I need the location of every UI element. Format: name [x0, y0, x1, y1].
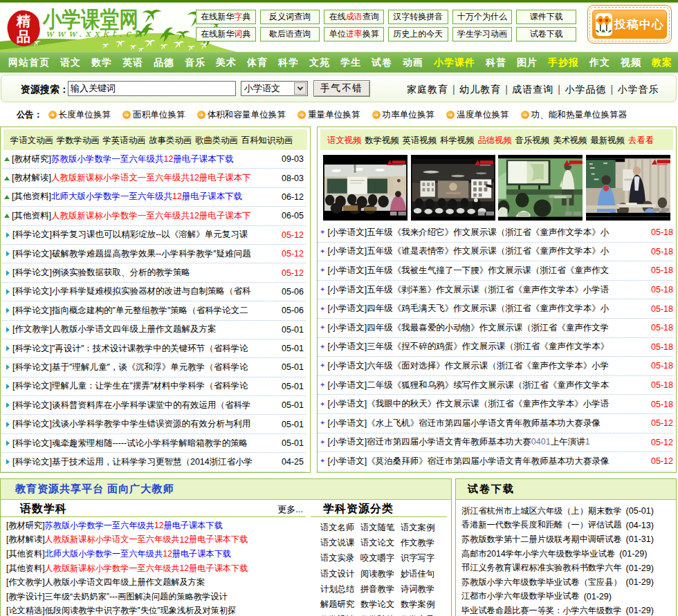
tab-item[interactable]: 美术视频 [553, 135, 587, 147]
nav-item[interactable]: 英语 [122, 57, 143, 69]
list-item[interactable]: [其他资料]北师大版小学数学一至六年级共12册电子课本下载06-12 [2, 188, 306, 207]
nav-item[interactable]: 作文 [589, 57, 610, 69]
category-link[interactable]: 语文名师 [320, 522, 360, 534]
category-select[interactable]: 小学语文 [241, 81, 308, 96]
more-link[interactable]: 更多... [277, 503, 306, 516]
nav-item[interactable]: 语文 [60, 57, 81, 69]
list-item[interactable]: [科学论文]小学科学疑难模拟实验器材的改进与自制策略（省科05-06 [2, 283, 306, 301]
list-item[interactable]: [教材解读]人教版新课标小学语文一至六年级共12册电子课本下载 [1, 533, 306, 548]
category-link[interactable]: 识字写字 [401, 552, 441, 564]
list-item[interactable]: [科学论文]指向概念建构的″单元整组教学″策略（省科学论文二05-06 [2, 301, 306, 320]
list-item[interactable]: ✦[小学语文]五年级《我被生气撞了一下腰》作文展示课（浙江省《童声作文05-18 [318, 261, 673, 281]
notice-link[interactable]: ➔长度单位换算 [48, 109, 111, 121]
notice-link[interactable]: ➔温度单位换算 [446, 109, 509, 121]
notice-link[interactable]: ➔体积和容量单位换算 [197, 109, 286, 121]
conference-hall-video[interactable] [411, 155, 495, 221]
category-link[interactable]: 作文教学 [401, 537, 441, 549]
category-link[interactable]: 拼音教学 [360, 584, 401, 595]
paper-item[interactable]: 香港新一代数学長度和距離（一）评估试题(04-13) [456, 519, 676, 533]
nav-item[interactable]: 美术 [216, 57, 237, 69]
list-item[interactable]: [教材研究]苏教版小学数学一至六年级共12册电子课本下载09-03 [2, 150, 306, 169]
list-item[interactable]: ✦[小学语文]五年级《谁是表情帝》作文展示课（浙江省《童声作文学本》小05-18 [318, 243, 673, 262]
list-item[interactable]: ✦[小学语文]四年级《我最喜爱的小动物》作文展示课（浙江省《童声作文学05-18 [318, 319, 673, 338]
nav-item[interactable]: 教案 [652, 57, 672, 69]
tab-item[interactable]: 数学视频 [365, 135, 399, 147]
category-link[interactable]: 语文随笔 [360, 522, 401, 534]
list-item[interactable]: [作文教学]人教版小学语文四年级上册作文题解及方案05-01 [2, 321, 306, 339]
list-item[interactable]: ✦[小学语文]五年级《剥洋葱》作文展示课（浙江省《童声作文学本》小学语05-18 [318, 281, 673, 300]
paper-item[interactable]: 高邮市2014学年小学六年级数学毕业试卷(01-29) [456, 547, 676, 561]
category-link[interactable]: 语文设计 [320, 568, 360, 580]
category-link[interactable]: 语文实录 [320, 552, 360, 564]
quick-link[interactable]: 汉字转换拼音 [388, 10, 448, 24]
tab-item[interactable]: 学数学动画 [57, 135, 100, 147]
green-classroom-video[interactable] [498, 155, 583, 221]
nav-item[interactable]: 科学 [278, 57, 299, 69]
search-input[interactable] [68, 81, 236, 96]
quick-link[interactable]: 单位进率换算 [324, 27, 384, 41]
nav-item[interactable]: 试卷 [372, 57, 392, 69]
paper-item[interactable]: 江都市小学六年级数学毕业试卷(01-29) [456, 590, 676, 604]
nav-item[interactable]: 网站首页 [8, 57, 50, 69]
list-item[interactable]: [科学论文]理解儿童：让学生在″摆弄″材料中学科学（省科学论05-01 [2, 377, 306, 396]
list-item[interactable]: [其他资料]人教版新课标小学数学一至六年级共12册电子课本下载 [1, 561, 306, 576]
paper-item[interactable]: 邗江义务教育课程标准实验教科书数学六年(01-29) [456, 561, 676, 575]
search-link[interactable]: 幼儿教育 [459, 84, 501, 95]
paper-item[interactable]: 毕业试卷命题比赛一等奖：小学六年级数学(01-29) [456, 604, 676, 616]
lucky-button[interactable]: 手气不错 [313, 80, 370, 97]
notice-link[interactable]: ➔功、能和热量单位换算器 [521, 109, 627, 121]
search-link[interactable]: 小学品德 [565, 84, 606, 95]
quick-link[interactable]: 十万个为什么 [452, 10, 513, 24]
submission-center-button[interactable]: 投稿中心 [587, 5, 672, 44]
paper-item[interactable]: 苏教版小学六年级数学毕业试卷（宝应县）(01-29) [456, 575, 676, 590]
nav-item[interactable]: 动画 [403, 57, 423, 69]
category-link[interactable]: 语文案例 [401, 522, 441, 534]
search-link[interactable]: 成语查询 [512, 84, 553, 95]
list-item[interactable]: ✦[小学语文]《水上飞机》宿迁市第四届小学语文青年教师基本功大赛录像05-12 [318, 414, 673, 433]
quick-link[interactable]: 在线成语查询 [324, 10, 384, 24]
search-link[interactable]: 小学音乐 [618, 84, 659, 95]
list-item[interactable]: [科学论文]例谈实验数据获取、分析的教学策略05-12 [2, 263, 306, 282]
tab-item[interactable]: 学英语动画 [103, 135, 146, 147]
list-item[interactable]: [科学论文]基于技术运用，让科学学习更智慧（2014浙江省小学04-25 [2, 453, 306, 472]
list-item[interactable]: [科学论文]″再设计″：技术设计课教学中的关键环节（省科学论05-01 [2, 339, 306, 358]
list-item[interactable]: [教材解读]人教版新课标小学语文一至六年级共12册电子课本下08-03 [2, 169, 306, 187]
category-link[interactable]: 数学论文 [360, 599, 401, 610]
quick-link[interactable]: 歇后语查询 [260, 27, 320, 41]
list-item[interactable]: ✦[小学语文]《我眼中的秋天》作文展示课（浙江省《童声作文学本》小学语05-18 [318, 395, 673, 414]
list-item[interactable]: [其他资料]人教版新课标小学数学一至六年级共12册电子课本下06-05 [2, 207, 306, 225]
list-item[interactable]: ✦[小学语文]宿迁市第四届小学语文青年教师基本功大赛0401上午演讲105-12 [318, 433, 673, 453]
search-link[interactable]: 家庭教育 [407, 84, 448, 95]
tab-item[interactable]: 去看看 [628, 135, 654, 147]
nav-item[interactable]: 科普 [486, 57, 506, 69]
quick-link[interactable]: 课件下载 [516, 10, 576, 24]
quick-link[interactable]: 在线新华词典 [196, 27, 256, 41]
list-item[interactable]: [论文精选]低段阅读教学中识字教学″失位″现象浅析及对策初探 [1, 604, 306, 616]
list-item[interactable]: [科学论文]科学复习课也可以精彩绽放--以《溶解》单元复习课05-12 [2, 226, 306, 245]
list-item[interactable]: [科学论文]破解教学难题提高教学效果--小学科学教学″疑难问题05-12 [2, 245, 306, 263]
notice-link[interactable]: ➔面积单位换算 [122, 109, 185, 121]
quick-link[interactable]: 在线新华字典 [196, 10, 256, 24]
nav-item[interactable]: 品德 [154, 57, 174, 69]
category-link[interactable]: 咬文嚼字 [360, 552, 401, 564]
quick-link[interactable]: 反义词查询 [260, 10, 320, 24]
category-link[interactable]: 计划总结 [320, 584, 360, 595]
list-item[interactable]: ✦[小学语文]四年级《鸡毛满天飞》作文展示课（浙江省《童声作文学本》小05-18 [318, 299, 673, 319]
paper-item[interactable]: 苏教版数学第十二册片级联考期中调研试卷(01-31) [456, 532, 676, 547]
nav-item[interactable]: 视频 [621, 57, 641, 69]
list-item[interactable]: [教学设计]三年级“去奶奶家”---画图解决问题的策略教学设计 [1, 590, 306, 604]
list-item[interactable]: ✦[小学语文]二年级《狐狸和乌鸦》续写作文展示课（浙江省《童声作文学本05-18 [318, 376, 673, 395]
select-dropdown-arrow-icon[interactable] [294, 82, 306, 95]
list-item[interactable]: [教材研究]苏教版小学数学一至六年级共12册电子课本下载 [1, 519, 306, 533]
category-link[interactable]: 语文论文 [360, 537, 401, 549]
list-item[interactable]: [科学论文]魂牵趣萦理相随-----试论小学科学解暗箱教学的策略05-01 [2, 434, 306, 453]
category-link[interactable]: 语文说课 [320, 537, 360, 549]
tab-item[interactable]: 故事类动画 [149, 135, 192, 147]
tab-item[interactable]: 最新视频 [591, 135, 625, 147]
nav-item[interactable]: 小学课件 [434, 57, 475, 69]
list-item[interactable]: [科学论文]浅谈小学科学教学中学生错误资源的有效分析与利用05-01 [2, 415, 306, 433]
teacher-students-video[interactable] [586, 155, 670, 221]
list-item[interactable]: ✦[小学语文]三年级《捏不碎的鸡蛋》作文展示课（浙江省《童声作文学本》05-18 [318, 338, 673, 357]
nav-item[interactable]: 学生 [340, 57, 361, 69]
classroom-lecture-video[interactable] [323, 155, 407, 221]
